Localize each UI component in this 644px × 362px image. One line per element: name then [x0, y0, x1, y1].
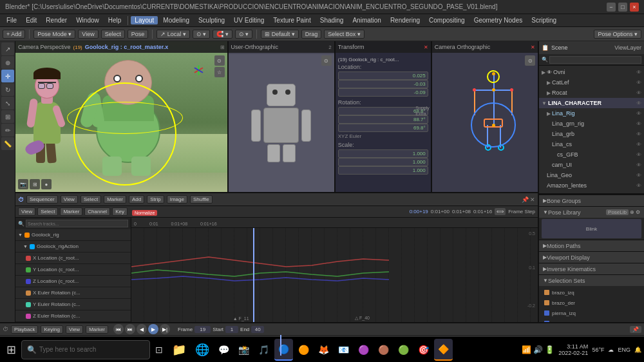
pose-lib-name[interactable]: PoseLib [606, 209, 629, 215]
tab-animation[interactable]: Animation [348, 16, 384, 24]
close-button[interactable]: × [630, 3, 639, 12]
viewport-display-header[interactable]: ▶ Viewport Display [539, 251, 644, 263]
tab-modeling[interactable]: Modeling [159, 16, 193, 24]
normalize-btn[interactable]: Normalize [132, 210, 158, 216]
tree-cam-ui[interactable]: cam_UI 👁 [539, 160, 644, 170]
vp1-overlay-btn[interactable]: ☆ [214, 67, 225, 77]
location-z[interactable]: -0.09 [338, 88, 428, 97]
tray-network[interactable]: 📶 [522, 345, 531, 354]
tree-amazon-lentes[interactable]: Amazon_lentes 👁 [539, 180, 644, 191]
bone-pierna-izq[interactable]: pierna_izq [542, 308, 641, 318]
taskbar-app6[interactable]: 📧 [334, 339, 353, 361]
seq-expand[interactable]: ⟺ [495, 208, 506, 215]
maximize-button[interactable]: □ [618, 3, 627, 12]
view-btn[interactable]: View [66, 325, 83, 334]
rotation-y[interactable]: 88.7° [338, 115, 428, 124]
scale-y[interactable]: 1.000 [338, 158, 428, 166]
pivot-btn[interactable]: ⊙ ▾ [193, 30, 211, 39]
bone-groups-header[interactable]: ▶ Bone Groups [539, 195, 644, 206]
sequencer-timeline[interactable]: 0 0:01 0:01+08 0:01+16 0.5 0.1 -0.2 [131, 218, 538, 322]
tab-compositing[interactable]: Compositing [425, 16, 469, 24]
pose-library-header[interactable]: ▼ Pose Library PoseLib ⊕ ⚙ [539, 206, 644, 218]
jump-start-btn[interactable]: ⏮ [113, 324, 124, 334]
track-row-yrot[interactable]: Y Euler Rotation (c... [15, 299, 131, 310]
lina-cs-visibility[interactable]: 👁 [636, 142, 641, 148]
taskbar-app9[interactable]: 🟢 [394, 339, 413, 361]
select-tool[interactable]: ↗ [1, 43, 14, 55]
taskbar-browser[interactable]: 🌐 [191, 339, 213, 361]
menu-window[interactable]: Window [72, 16, 103, 24]
default-btn[interactable]: ⊞ Default ▾ [261, 30, 299, 39]
move-tool[interactable]: ✛ [1, 70, 14, 82]
amazon-lentes-visibility[interactable]: 👁 [636, 183, 641, 189]
outliner-search-input[interactable] [549, 56, 641, 64]
viewport-transform[interactable]: Transform ✕ (19) Goolock_rig : c_root...… [336, 41, 432, 192]
nav-grid[interactable]: ⊞ [30, 179, 40, 189]
taskbar-mail[interactable]: 💬 [214, 339, 233, 361]
rotation-x[interactable]: 68.8° [338, 107, 428, 115]
bone-brazo-izq[interactable]: brazo_izq [542, 287, 641, 298]
seq-close[interactable]: ✕ [530, 196, 535, 203]
start-frame-value[interactable]: 1 [225, 326, 238, 333]
tree-catlef[interactable]: ▶ CatLef 👁 [539, 77, 644, 88]
seq-tab-select[interactable]: Select [80, 195, 101, 204]
taskbar-blender[interactable]: 🔶 [434, 339, 453, 361]
tree-lina-grn-rig[interactable]: Lina_grn_rig 👁 [539, 119, 644, 129]
viewport-user-ortho[interactable]: User·Orthographic 2 [229, 41, 336, 192]
select-btn[interactable]: Select [101, 30, 125, 39]
track-row-zloc[interactable]: Z Location (c_root... [15, 276, 131, 287]
seq-key-btn[interactable]: Key [112, 207, 128, 216]
seq-select-btn[interactable]: Select [37, 207, 58, 216]
marker-btn[interactable]: Marker [86, 325, 108, 334]
cursor-tool[interactable]: ⊕ [1, 56, 14, 69]
lina-visibility[interactable]: 👁 [636, 100, 641, 106]
pose-mode-btn[interactable]: Pose Mode ▾ [33, 30, 75, 39]
seq-channel-btn[interactable]: Channel [84, 207, 110, 216]
seq-tab-view[interactable]: View [61, 195, 78, 204]
seq-marker-btn[interactable]: Marker [60, 207, 82, 216]
transform-tool[interactable]: ⊞ [1, 110, 14, 123]
lina-grb-visibility[interactable]: 👁 [636, 131, 641, 137]
tab-shading[interactable]: Shading [316, 16, 348, 24]
vp1-gizmo-btn[interactable]: ⊙ [214, 55, 225, 66]
seq-view-btn[interactable]: View [18, 207, 35, 216]
tab-geometry-nodes[interactable]: Geometry Nodes [470, 16, 527, 24]
playback-btn[interactable]: Playback [11, 325, 38, 334]
prev-frame-btn[interactable]: ◀ [137, 324, 147, 334]
vp4-fullscreen[interactable]: ⊙ [525, 55, 535, 66]
seq-pin[interactable]: 📌 [522, 196, 529, 203]
taskbar-app4[interactable]: 🟠 [294, 339, 313, 361]
taskbar-app7[interactable]: 🟣 [354, 339, 373, 361]
vp3-close[interactable]: ✕ [424, 44, 428, 50]
pose-lib-btn[interactable]: ⊕ [630, 209, 634, 215]
viewport-cam-ortho[interactable]: Camera Orthographic ✕ [432, 41, 538, 192]
nav-rendered[interactable]: ● [41, 179, 52, 189]
tray-sound[interactable]: 🔊 [533, 345, 543, 354]
notifications-btn[interactable]: 🔔 [634, 347, 641, 353]
inverse-kinematics-header[interactable]: ▶ Inverse Kinematics [539, 263, 644, 274]
start-button[interactable]: ⊞ [3, 339, 20, 361]
tab-uv-editing[interactable]: UV Editing [230, 16, 268, 24]
tree-ovni[interactable]: ▶ 👁 Ovni 👁 [539, 67, 644, 77]
vp4-close[interactable]: ✕ [531, 44, 535, 50]
selection-sets-header[interactable]: ▼ Selection Sets [539, 274, 644, 286]
seq-tab-strip[interactable]: Strip [147, 195, 164, 204]
menu-edit[interactable]: Edit [22, 16, 41, 24]
seq-tab-marker[interactable]: Marker [104, 195, 126, 204]
tree-lina-cs[interactable]: Lina_cs 👁 [539, 139, 644, 149]
seq-tab-add[interactable]: Add [129, 195, 144, 204]
rotate-tool[interactable]: ↻ [1, 83, 14, 96]
current-frame-value[interactable]: 19 [194, 326, 211, 333]
taskbar-file-explorer[interactable]: 📁 [168, 339, 190, 361]
seq-tab-image[interactable]: Image [167, 195, 187, 204]
location-y[interactable]: -0.03 [338, 80, 428, 88]
pose-btn[interactable]: Pose [128, 30, 149, 39]
next-frame-btn[interactable]: ▶| [160, 324, 170, 334]
jump-end-btn[interactable]: ⏭ [125, 324, 135, 334]
scale-x[interactable]: 1.000 [338, 149, 428, 158]
select-box-btn[interactable]: Select Box ▾ [324, 30, 365, 39]
minimize-button[interactable]: − [607, 3, 616, 12]
tree-lina-geo[interactable]: Lina_Geo 👁 [539, 170, 644, 180]
track-row-zrot[interactable]: Z Euler Rotation (c... [15, 310, 131, 322]
scale-z[interactable]: 1.000 [338, 166, 428, 175]
